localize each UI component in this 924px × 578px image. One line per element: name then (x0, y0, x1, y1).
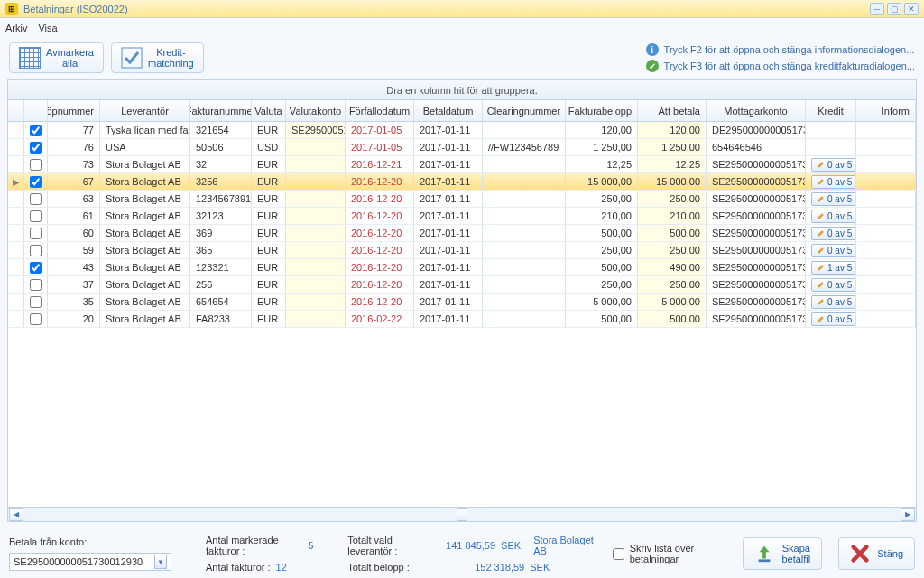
credit-button[interactable]: 0 av 5 (811, 312, 856, 326)
row-checkbox[interactable] (30, 262, 42, 274)
row-checkbox-cell[interactable] (24, 225, 48, 241)
header-lopnummer[interactable]: Löpnummer (48, 100, 100, 121)
cell-valutakonto[interactable] (286, 242, 346, 258)
scroll-left-button[interactable]: ◀ (9, 508, 23, 521)
menu-arkiv[interactable]: Arkiv (5, 23, 27, 33)
cell-att-betala[interactable]: 490,00 (638, 259, 707, 275)
credit-button[interactable]: 1 av 5 (811, 261, 856, 275)
row-checkbox-cell[interactable] (24, 173, 48, 190)
scroll-track[interactable] (24, 508, 900, 521)
row-checkbox[interactable] (30, 228, 42, 239)
row-checkbox[interactable] (30, 125, 42, 136)
cell-att-betala[interactable]: 250,00 (638, 191, 707, 207)
cell-att-betala[interactable]: 210,00 (638, 208, 707, 224)
cell-att-betala[interactable]: 500,00 (638, 311, 707, 327)
row-checkbox-cell[interactable] (24, 122, 48, 138)
table-row[interactable]: 59Stora Bolaget AB365EUR2016-12-202017-0… (8, 242, 916, 259)
credit-button[interactable]: 0 av 5 (811, 295, 856, 309)
row-checkbox[interactable] (30, 313, 42, 325)
table-row[interactable]: 63Stora Bolaget AB123456789123...EUR2016… (8, 191, 916, 208)
row-checkbox-cell[interactable] (24, 156, 48, 172)
table-row[interactable]: 77Tyska ligan med facto...321654EURSE295… (8, 122, 916, 139)
cell-valutakonto[interactable] (286, 156, 346, 172)
row-checkbox-cell[interactable] (24, 139, 48, 155)
cell-att-betala[interactable]: 1 250,00 (638, 139, 707, 155)
cell-att-betala[interactable]: 120,00 (638, 122, 707, 138)
header-valuta[interactable]: Valuta (252, 100, 286, 121)
header-information[interactable]: Inform (856, 100, 916, 121)
scroll-thumb[interactable] (457, 508, 467, 521)
credit-button[interactable]: 0 av 5 (811, 158, 856, 172)
row-checkbox[interactable] (30, 176, 42, 188)
row-checkbox-cell[interactable] (24, 294, 48, 310)
pay-from-account-select[interactable]: SE295000000051730012930 ▼ (9, 553, 171, 571)
header-betaldatum[interactable]: Betaldatum (414, 100, 483, 121)
row-checkbox[interactable] (30, 159, 42, 171)
table-row[interactable]: 76USA50506USD2017-01-052017-01-11//FW123… (8, 139, 916, 156)
print-list-option[interactable]: Skriv lista över betalningar (613, 543, 727, 564)
header-fakturabelopp[interactable]: Fakturabelopp (566, 100, 638, 121)
row-checkbox-cell[interactable] (24, 259, 48, 275)
cell-valutakonto[interactable] (286, 208, 346, 224)
row-checkbox[interactable] (30, 142, 42, 154)
maximize-button[interactable]: ▢ (887, 3, 901, 15)
header-valutakonto[interactable]: Valutakonto (286, 100, 346, 121)
row-checkbox[interactable] (30, 210, 42, 222)
credit-button[interactable]: 0 av 5 (811, 175, 856, 189)
row-checkbox[interactable] (30, 296, 42, 308)
credit-button[interactable]: 0 av 5 (811, 278, 856, 292)
header-mottagarkonto[interactable]: Mottagarkonto (707, 100, 806, 121)
group-by-bar[interactable]: Dra en kolumn hit för att gruppera. (8, 80, 916, 100)
horizontal-scrollbar[interactable]: ◀ ▶ (8, 507, 916, 521)
cell-valutakonto[interactable] (286, 259, 346, 275)
cell-att-betala[interactable]: 12,25 (638, 156, 707, 172)
header-leverantor[interactable]: Leverantör (100, 100, 190, 121)
header-clearingnummer[interactable]: Clearingnummer (483, 100, 566, 121)
table-row[interactable]: 35Stora Bolaget AB654654EUR2016-12-20201… (8, 294, 916, 311)
credit-button[interactable]: 0 av 5 (811, 227, 856, 240)
table-row[interactable]: 37Stora Bolaget AB256EUR2016-12-202017-0… (8, 276, 916, 294)
table-row[interactable]: 60Stora Bolaget AB369EUR2016-12-202017-0… (8, 225, 916, 242)
unmark-all-button[interactable]: Avmarkera alla (9, 42, 104, 73)
cell-valutakonto[interactable] (286, 294, 346, 310)
cell-valutakonto[interactable] (286, 173, 346, 190)
table-row[interactable]: 61Stora Bolaget AB32123EUR2016-12-202017… (8, 208, 916, 225)
minimize-button[interactable]: ─ (870, 3, 884, 15)
cell-valutakonto[interactable] (286, 191, 346, 207)
credit-button[interactable]: 0 av 5 (811, 192, 856, 206)
cell-att-betala[interactable]: 15 000,00 (638, 173, 707, 190)
row-checkbox-cell[interactable] (24, 191, 48, 207)
cell-valutakonto[interactable] (286, 139, 346, 155)
create-payment-file-button[interactable]: Skapa betalfil (743, 537, 822, 570)
cell-att-betala[interactable]: 5 000,00 (638, 294, 707, 310)
row-checkbox[interactable] (30, 193, 42, 205)
table-row[interactable]: 20Stora Bolaget ABFA8233EUR2016-02-22201… (8, 311, 916, 328)
row-checkbox-cell[interactable] (24, 208, 48, 224)
header-checkbox[interactable] (24, 100, 48, 121)
row-checkbox[interactable] (30, 279, 42, 291)
row-checkbox[interactable] (30, 245, 42, 256)
table-row[interactable]: 43Stora Bolaget AB123321EUR2016-12-20201… (8, 259, 916, 276)
table-row[interactable]: 73Stora Bolaget AB32EUR2016-12-212017-01… (8, 156, 916, 173)
header-kredit[interactable]: Kredit (806, 100, 856, 121)
close-window-button[interactable]: ✕ (904, 3, 919, 15)
close-button[interactable]: Stäng (838, 537, 915, 570)
menu-visa[interactable]: Visa (38, 23, 57, 33)
table-row[interactable]: ▶67Stora Bolaget AB3256EUR2016-12-202017… (8, 173, 916, 191)
cell-valutakonto[interactable] (286, 276, 346, 293)
scroll-right-button[interactable]: ▶ (901, 508, 915, 521)
row-checkbox-cell[interactable] (24, 242, 48, 258)
cell-valutakonto[interactable] (286, 311, 346, 327)
print-list-checkbox[interactable] (613, 548, 624, 560)
cell-att-betala[interactable]: 250,00 (638, 242, 707, 258)
dropdown-icon[interactable]: ▼ (154, 555, 167, 569)
credit-button[interactable]: 0 av 5 (811, 210, 856, 223)
cell-valutakonto[interactable] (286, 225, 346, 241)
header-att-betala[interactable]: Att betala (638, 100, 707, 121)
header-forfallodatum[interactable]: Förfallodatum (346, 100, 414, 121)
row-checkbox-cell[interactable] (24, 276, 48, 293)
cell-att-betala[interactable]: 500,00 (638, 225, 707, 241)
credit-button[interactable]: 0 av 5 (811, 244, 856, 257)
cell-att-betala[interactable]: 250,00 (638, 276, 707, 293)
credit-match-button[interactable]: Kredit- matchning (111, 42, 204, 73)
